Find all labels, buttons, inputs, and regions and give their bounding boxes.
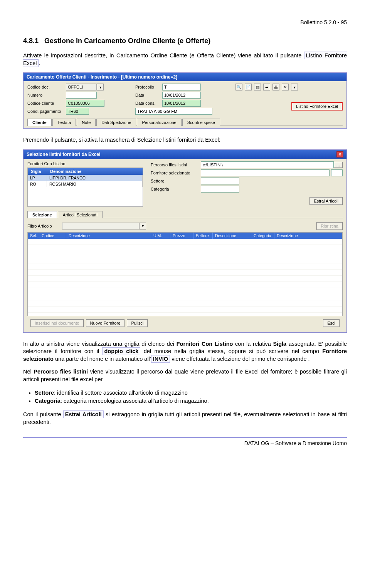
page-footer: DATALOG – Software a Dimensione Uomo xyxy=(23,437,347,446)
label-numero: Numero xyxy=(27,93,66,97)
col-sigla: Sigla xyxy=(31,169,50,174)
input-data-cons[interactable] xyxy=(162,100,201,107)
tab-selezione[interactable]: Selezione xyxy=(27,211,57,218)
tab-cliente[interactable]: Cliente xyxy=(27,119,52,126)
input-codice-doc[interactable] xyxy=(66,84,97,90)
columns-icon[interactable]: ▥ xyxy=(254,84,261,90)
p3g: del mouse nella griglia stessa, oppure s… xyxy=(140,348,322,354)
p3j: INVIO xyxy=(153,356,168,362)
input-fornitore-sel[interactable] xyxy=(201,169,330,176)
label-cond-pagamento: Cond. pagamento xyxy=(27,109,66,114)
tab-sconti-spese[interactable]: Sconti e spese xyxy=(182,119,220,126)
col-descrizione: Descrizione xyxy=(66,233,151,239)
section-title: Gestione in Caricamento Ordine Cliente (… xyxy=(44,37,210,45)
p5-box: Estrai Articoli xyxy=(63,410,104,418)
window-caricamento-offerte: Caricamento Offerte Clienti - Inseriment… xyxy=(23,72,347,129)
p5box: Estrai Articoli xyxy=(65,411,102,417)
p3k: viene effettuata la selezione del primo … xyxy=(170,356,309,362)
page-header-ref: Bollettino 5.2.0 - 95 xyxy=(23,19,347,25)
tab-articoli-selezionati[interactable]: Articoli Selezionati xyxy=(58,211,103,218)
col-codice: Codice xyxy=(39,233,66,239)
delete-icon[interactable]: ✕ xyxy=(282,84,289,90)
btn-inserisci-documento: Inserisci nel documento xyxy=(30,319,84,327)
input-numero[interactable] xyxy=(66,92,97,99)
bullet-categoria: Categoria: categoria merceologica associ… xyxy=(35,397,347,405)
bullet-settore: Settore: identifica il settore associato… xyxy=(35,389,347,397)
input-codice-cliente[interactable] xyxy=(66,100,104,107)
close-icon[interactable]: × xyxy=(336,151,343,157)
b1b: Categoria xyxy=(35,398,61,404)
col-prezzo: Prezzo xyxy=(170,233,193,239)
input-cond-pagamento[interactable] xyxy=(66,108,89,115)
label-codice-doc: Codice doc. xyxy=(27,85,66,89)
label-fornitore-sel: Fornitore selezionato xyxy=(151,171,201,175)
btn-nuovo-fornitore[interactable]: Nuovo Fornitore xyxy=(86,319,125,327)
col-settore: Settore xyxy=(193,233,213,239)
label-percorso: Percorso files listini xyxy=(151,162,201,167)
print-icon[interactable]: 🖶 xyxy=(272,84,279,90)
b0b: Settore xyxy=(35,390,54,396)
input-protocollo[interactable] xyxy=(162,84,201,90)
section-heading: 4.8.1 Gestione in Caricamento Ordine Cli… xyxy=(23,37,347,45)
tab-testata[interactable]: Testata xyxy=(52,119,76,126)
bullet-list: Settore: identifica il settore associato… xyxy=(35,389,347,406)
input-percorso[interactable] xyxy=(201,161,334,168)
grid-row[interactable]: RO ROSSI MARIO xyxy=(28,181,143,187)
btn-listino-fornitore-excel[interactable]: Listino Fornitore Excel xyxy=(291,102,343,111)
input-categoria[interactable] xyxy=(201,186,239,193)
paragraph-1: Attivate le impostazioni descritte, in C… xyxy=(23,52,347,67)
b1t: : categoria merceologica associata all'a… xyxy=(61,398,209,404)
input-settore[interactable] xyxy=(201,178,239,184)
titlebar: Caricamento Offerte Clienti - Inseriment… xyxy=(24,73,346,81)
label-codice-cliente: Codice cliente xyxy=(27,101,66,106)
p3i: una parte del nome e in automatico all' xyxy=(54,356,151,362)
col-um: U.M. xyxy=(151,233,170,239)
cell-denom: LIPPI DR. FRANCO xyxy=(47,175,143,181)
doc-icon[interactable]: 📄 xyxy=(245,84,252,90)
dropdown-icon[interactable]: ▾ xyxy=(97,84,104,90)
label-protocollo: Protocollo xyxy=(135,85,162,89)
input-data[interactable] xyxy=(162,92,201,99)
btn-esci[interactable]: Esci xyxy=(323,319,340,327)
section-number: 4.8.1 xyxy=(23,37,39,45)
dropdown-icon[interactable]: ▾ xyxy=(291,84,298,90)
label-filtro-articolo: Filtro Articolo xyxy=(27,224,62,228)
forward-icon[interactable]: ➦ xyxy=(263,84,270,90)
tab-dati-spedizione[interactable]: Dati Spedizione xyxy=(96,119,136,126)
input-filtro-articolo[interactable] xyxy=(62,223,139,230)
input-fornitore-sigla[interactable] xyxy=(331,169,343,176)
col-categoria: Categoria xyxy=(251,233,274,239)
btn-ripristina: Ripristina xyxy=(316,222,343,230)
grid-body-empty xyxy=(28,239,342,316)
input-cond-pagamento-desc[interactable] xyxy=(135,108,212,115)
p3j-box: INVIO xyxy=(151,355,170,363)
b0t: : identifica il settore associato all'ar… xyxy=(54,390,188,396)
paragraph-5: Con il pulsante Estrai Articoli si estra… xyxy=(23,411,347,426)
p3d: Sigla xyxy=(273,341,287,347)
label-data: Data xyxy=(135,93,162,97)
p3b: Fornitori Con Listino xyxy=(177,341,233,347)
p4a: Nel xyxy=(23,369,34,375)
label-data-cons: Data cons. xyxy=(135,101,162,106)
grid-articoli[interactable]: Sel. Codice Descrizione U.M. Prezzo Sett… xyxy=(27,232,343,316)
p3a: In alto a sinistra viene visualizzata un… xyxy=(23,341,177,347)
para1-text-a: Attivate le impostazioni descritte, in C… xyxy=(23,52,304,59)
cell-sigla: LP xyxy=(28,175,47,181)
btn-pulisci[interactable]: Pulisci xyxy=(127,319,148,327)
grid-fornitori[interactable]: Sigla Denominazione LP LIPPI DR. FRANCO … xyxy=(27,168,143,207)
label-settore: Settore xyxy=(151,179,201,183)
window-title-2: Selezione listini fornitori da Excel xyxy=(27,152,100,157)
cell-denom: ROSSI MARIO xyxy=(47,181,143,187)
btn-estrai-articoli[interactable]: Estrai Articoli xyxy=(309,197,343,205)
paragraph-3: In alto a sinistra viene visualizzata un… xyxy=(23,340,347,363)
tab-personalizzazione[interactable]: Personalizzazione xyxy=(137,119,181,126)
tab-note[interactable]: Note xyxy=(77,119,96,126)
label-categoria: Categoria xyxy=(151,187,201,191)
p5a: Con il pulsante xyxy=(23,411,63,417)
grid-row[interactable]: LP LIPPI DR. FRANCO xyxy=(28,175,143,181)
col-sel: Sel. xyxy=(28,233,39,239)
dropdown-icon[interactable]: ▾ xyxy=(139,223,146,230)
search-icon[interactable]: 🔍 xyxy=(235,84,242,90)
browse-button[interactable]: ... xyxy=(334,162,343,168)
para1-text-b: . xyxy=(39,60,40,66)
